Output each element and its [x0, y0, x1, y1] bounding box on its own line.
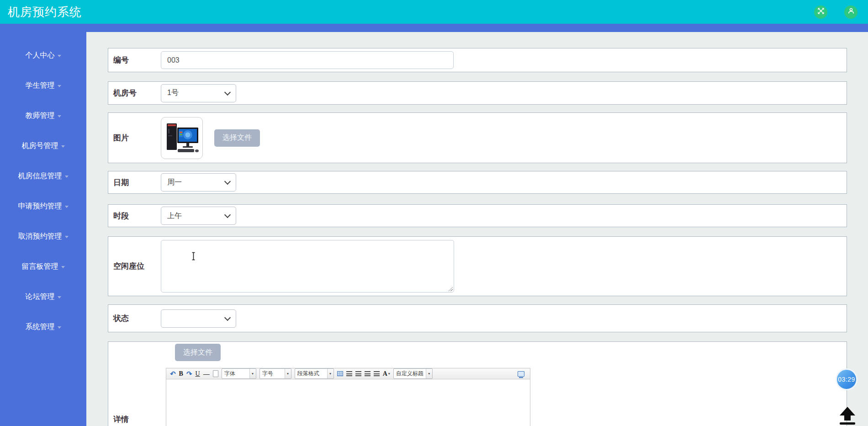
period-select[interactable]: 上午 [161, 207, 236, 225]
sidebar-item-room-number-mgmt[interactable]: 机房号管理 [0, 131, 86, 161]
editor-toolbar: ↶ B ↷ U — 字体 ▾ 字号 ▾ 段落格式 [166, 368, 530, 379]
nav-label: 取消预约管理 [18, 232, 62, 241]
back-to-top-button[interactable] [837, 406, 857, 426]
select-value: 上午 [167, 211, 182, 221]
chevron-down-icon [61, 145, 65, 148]
form-row-room-number: 机房号 1号 [108, 81, 847, 105]
chevron-down-icon [224, 314, 231, 320]
chevron-down-icon [61, 266, 65, 268]
nav-label: 个人中心 [26, 51, 55, 60]
sidebar-item-cancel-reservation-mgmt[interactable]: 取消预约管理 [0, 221, 86, 251]
nav-label: 系统管理 [26, 322, 55, 332]
select-value: 周一 [167, 178, 182, 187]
number-input[interactable] [161, 51, 454, 69]
chevron-down-icon: ▾ [285, 369, 291, 378]
image-preview [161, 117, 203, 159]
redo-icon[interactable]: ↷ [186, 370, 192, 377]
field-label: 机房号 [113, 88, 161, 98]
form-row-date: 日期 周一 [108, 171, 847, 194]
align-left-icon[interactable] [346, 371, 352, 376]
horizontal-rule-icon[interactable]: — [203, 371, 210, 377]
sidebar-item-student-mgmt[interactable]: 学生管理 [0, 70, 86, 101]
sidebar-item-apply-reservation-mgmt[interactable]: 申请预约管理 [0, 191, 86, 221]
chevron-down-icon [58, 85, 61, 87]
undo-icon[interactable]: ↶ [170, 370, 176, 377]
nav-label: 机房号管理 [22, 141, 58, 151]
preview-monitor-icon[interactable] [518, 371, 524, 377]
sidebar-item-system-mgmt[interactable]: 系统管理 [0, 312, 86, 342]
field-label: 时段 [113, 211, 161, 221]
chevron-down-icon [224, 89, 231, 95]
chevron-down-icon [58, 55, 61, 57]
sidebar-item-teacher-mgmt[interactable]: 教师管理 [0, 101, 86, 131]
dropdown-label: 段落格式 [295, 369, 327, 378]
align-center-icon[interactable] [355, 371, 361, 376]
chevron-down-icon [224, 178, 231, 185]
desktop-computer-image [164, 120, 200, 156]
dropdown-label: 字体 [222, 369, 249, 378]
chevron-down-icon [65, 176, 69, 178]
sidebar-item-forum-mgmt[interactable]: 论坛管理 [0, 282, 86, 312]
expand-arrows-icon [817, 7, 825, 16]
chevron-down-icon [58, 326, 61, 329]
nav-label: 留言板管理 [22, 262, 58, 272]
form-row-status: 状态 [108, 304, 847, 332]
sidebar-nav: 个人中心 学生管理 教师管理 机房号管理 机房信息管理 申请预约管理 取消预约管… [0, 32, 86, 426]
app-title: 机房预约系统 [8, 4, 82, 20]
resize-grip-icon[interactable] [448, 286, 453, 291]
field-label: 图片 [113, 133, 161, 143]
new-page-icon[interactable] [213, 370, 218, 377]
chevron-down-icon [224, 212, 231, 218]
status-select[interactable] [161, 309, 236, 328]
nav-label: 申请预约管理 [18, 202, 62, 211]
paragraph-format-dropdown[interactable]: 段落格式 ▾ [295, 368, 334, 379]
chevron-down-icon: ▾ [249, 369, 256, 378]
chevron-down-icon [65, 206, 69, 208]
free-seats-textarea[interactable] [161, 240, 454, 293]
text-cursor-ibeam [191, 252, 196, 262]
font-size-dropdown[interactable]: 字号 ▾ [259, 368, 291, 379]
chevron-down-icon [65, 236, 69, 238]
free-seats-textarea-wrap [161, 240, 454, 293]
choose-file-button-details[interactable]: 选择文件 [175, 344, 221, 361]
editor-body[interactable] [166, 379, 530, 426]
bold-icon[interactable]: B [179, 371, 183, 377]
fullscreen-button[interactable] [814, 5, 827, 19]
chevron-down-icon: ▾ [327, 369, 333, 378]
nav-label: 学生管理 [26, 81, 55, 91]
date-select[interactable]: 周一 [161, 173, 236, 192]
field-label: 空闲座位 [113, 261, 161, 272]
form-row-number: 编号 [108, 48, 847, 72]
custom-heading-dropdown[interactable]: 自定义标题 ▾ [393, 368, 433, 379]
dropdown-label: 字号 [260, 369, 285, 378]
form-row-free-seats: 空闲座位 [108, 236, 847, 296]
nav-label: 论坛管理 [26, 292, 55, 302]
recorder-time: 03:29 [838, 376, 855, 383]
room-number-select[interactable]: 1号 [161, 84, 236, 102]
richtext-editor: ↶ B ↷ U — 字体 ▾ 字号 ▾ 段落格式 [166, 368, 530, 426]
nav-label: 教师管理 [26, 111, 55, 121]
font-family-dropdown[interactable]: 字体 ▾ [222, 368, 256, 379]
user-button[interactable] [844, 5, 857, 19]
font-color-glyph: A [383, 371, 387, 377]
chevron-down-icon [58, 115, 61, 117]
sidebar-item-message-board-mgmt[interactable]: 留言板管理 [0, 251, 86, 282]
select-value: 1号 [167, 88, 179, 98]
align-justify-icon[interactable] [374, 371, 380, 376]
recorder-timer-badge[interactable]: 03:29 [836, 368, 857, 390]
main-content: 编号 机房号 1号 图片 [86, 32, 868, 426]
align-right-icon[interactable] [365, 371, 370, 376]
header-accent-strip [0, 24, 868, 32]
field-label: 日期 [113, 177, 161, 188]
underline-icon[interactable]: U [196, 371, 200, 377]
font-color-icon[interactable]: A ▾ [383, 371, 390, 377]
nav-label: 机房信息管理 [18, 171, 62, 181]
details-content: 选择文件 ↶ B ↷ U — 字体 ▾ 字号 ▾ [166, 342, 530, 426]
choose-file-button[interactable]: 选择文件 [214, 129, 260, 147]
sidebar-item-room-info-mgmt[interactable]: 机房信息管理 [0, 161, 86, 191]
insert-table-icon[interactable] [337, 371, 343, 376]
field-label: 状态 [113, 313, 161, 324]
sidebar-item-personal-center[interactable]: 个人中心 [0, 40, 86, 70]
form-row-details: 详情 选择文件 ↶ B ↷ U — 字体 ▾ 字号 ▾ [108, 341, 847, 426]
dropdown-label: 自定义标题 [394, 369, 426, 378]
